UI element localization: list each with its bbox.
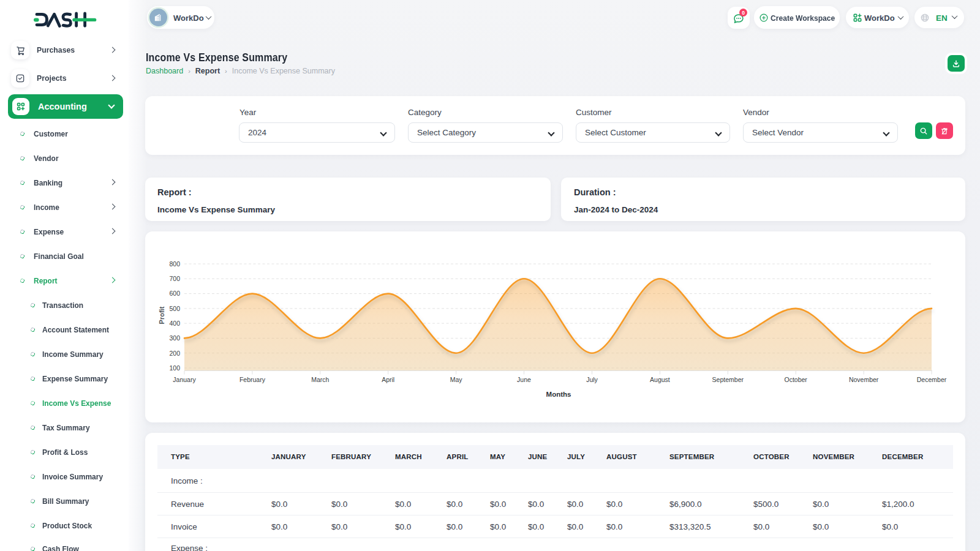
- svg-text:December: December: [917, 376, 947, 383]
- svg-text:500: 500: [169, 305, 180, 312]
- svg-text:April: April: [382, 376, 394, 383]
- svg-text:May: May: [450, 376, 463, 383]
- svg-text:September: September: [712, 376, 744, 383]
- svg-text:800: 800: [169, 260, 180, 268]
- svg-text:100: 100: [169, 364, 180, 372]
- svg-text:November: November: [849, 376, 879, 383]
- svg-text:300: 300: [169, 334, 180, 342]
- svg-text:January: January: [173, 376, 196, 383]
- svg-text:Profit: Profit: [158, 306, 165, 324]
- svg-text:200: 200: [169, 350, 180, 357]
- svg-text:February: February: [239, 376, 266, 383]
- svg-text:Months: Months: [546, 391, 571, 398]
- svg-text:August: August: [650, 376, 670, 383]
- svg-text:July: July: [586, 376, 598, 383]
- svg-text:600: 600: [169, 290, 180, 297]
- svg-text:700: 700: [169, 275, 180, 282]
- svg-text:March: March: [311, 376, 329, 383]
- svg-text:October: October: [785, 376, 808, 383]
- svg-text:400: 400: [169, 320, 180, 327]
- svg-text:June: June: [517, 376, 531, 383]
